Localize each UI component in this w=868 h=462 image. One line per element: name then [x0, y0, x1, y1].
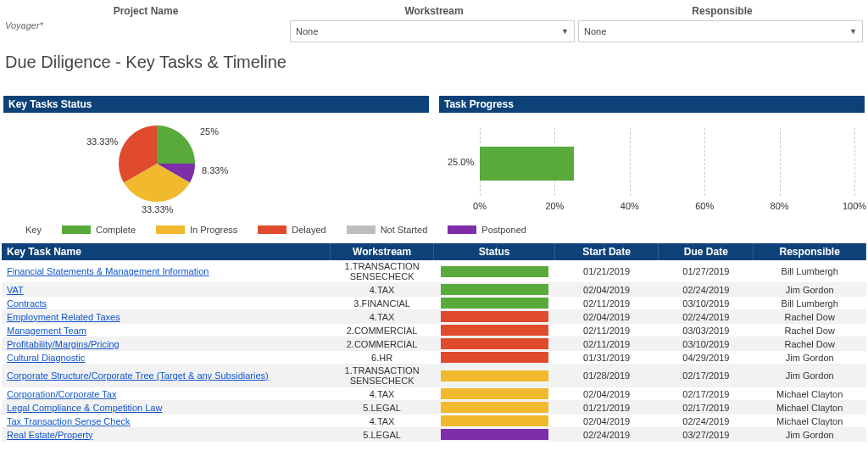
swatch-inprogress — [156, 225, 185, 234]
task-link[interactable]: Corporate Structure/Corporate Tree (Targ… — [7, 370, 269, 381]
workstream-dropdown-value: None — [296, 26, 318, 36]
status-bar — [441, 388, 548, 399]
status-bar — [441, 311, 548, 322]
pie-label-delayed: 33.33% — [86, 136, 118, 147]
header-row: Project Name Voyager* Workstream None ▼ … — [2, 3, 866, 42]
bar-chart: 25.0% 0% 20% 40% 60% 80% 100% — [439, 113, 865, 216]
pie-label-postponed: 8.33% — [202, 165, 228, 175]
swatch-delayed — [258, 225, 287, 234]
task-link[interactable]: VAT — [7, 285, 24, 295]
cell-responsible: Bill Lumbergh — [754, 297, 866, 310]
table-row: Financial Statements & Management Inform… — [2, 260, 866, 283]
cell-workstream: 5.LEGAL — [330, 428, 433, 442]
bar-tick-80: 80% — [771, 201, 789, 211]
th-start: Start Date — [554, 243, 658, 260]
table-row: Employment Related Taxes4.TAX02/04/20190… — [2, 310, 866, 324]
task-progress-title: Task Progress — [439, 96, 865, 113]
task-link[interactable]: Cultural Diagnostic — [7, 353, 85, 363]
responsible-label: Responsible — [578, 3, 866, 20]
table-row: Real Estate/Property5.LEGAL02/24/201903/… — [2, 428, 866, 442]
cell-status — [434, 387, 555, 401]
cell-due: 02/24/2019 — [659, 283, 754, 297]
task-link[interactable]: Profitability/Margins/Pricing — [7, 339, 120, 349]
chevron-down-icon: ▼ — [849, 27, 857, 36]
table-row: Profitability/Margins/Pricing2.COMMERCIA… — [2, 337, 866, 351]
cell-workstream: 2.COMMERCIAL — [330, 337, 433, 351]
pie-label-complete: 25% — [200, 126, 219, 136]
cell-start: 02/04/2019 — [554, 415, 658, 428]
cell-workstream: 4.TAX — [330, 283, 433, 297]
cell-due: 02/17/2019 — [659, 401, 754, 415]
task-link[interactable]: Contracts — [7, 298, 47, 309]
cell-workstream: 4.TAX — [330, 387, 433, 401]
table-row: Corporation/Corporate Tax4.TAX02/04/2019… — [2, 387, 866, 401]
cell-responsible: Jim Gordon — [754, 351, 866, 365]
task-link[interactable]: Employment Related Taxes — [7, 312, 120, 322]
cell-start: 02/11/2019 — [554, 324, 658, 337]
status-bar — [441, 325, 548, 336]
pie-label-inprogress: 33.33% — [142, 204, 173, 214]
chevron-down-icon: ▼ — [561, 27, 569, 36]
cell-workstream: 5.LEGAL — [330, 401, 433, 415]
cell-start: 02/11/2019 — [554, 337, 658, 351]
cell-responsible: Michael Clayton — [754, 415, 866, 428]
status-bar — [441, 266, 548, 277]
table-row: Cultural Diagnostic6.HR01/31/201904/29/2… — [2, 351, 866, 365]
task-link[interactable]: Tax Transaction Sense Check — [7, 416, 131, 426]
cell-due: 04/29/2019 — [659, 351, 754, 365]
legend: Key Complete In Progress Delayed Not Sta… — [2, 216, 866, 243]
swatch-notstarted — [347, 225, 376, 234]
responsible-dropdown[interactable]: None ▼ — [578, 20, 863, 42]
progress-bar — [480, 147, 574, 181]
cell-responsible: Rachel Dow — [754, 310, 866, 324]
workstream-label: Workstream — [290, 3, 578, 20]
page-title: Due Diligence - Key Tasks & Timeline — [2, 42, 866, 96]
cell-responsible: Jim Gordon — [754, 365, 866, 387]
bar-tick-100: 100% — [843, 201, 866, 211]
cell-start: 01/31/2019 — [554, 351, 658, 365]
status-bar — [441, 370, 548, 381]
status-bar — [441, 338, 548, 349]
key-tasks-status-title: Key Tasks Status — [3, 96, 429, 113]
cell-due: 02/17/2019 — [659, 387, 754, 401]
status-bar — [441, 284, 548, 295]
cell-status — [434, 365, 555, 387]
bar-tick-40: 40% — [620, 201, 639, 211]
cell-due: 02/17/2019 — [659, 365, 754, 387]
bar-value-label: 25.0% — [448, 157, 474, 167]
task-link[interactable]: Financial Statements & Management Inform… — [7, 266, 209, 276]
tasks-table: Key Task Name Workstream Status Start Da… — [2, 243, 866, 442]
responsible-dropdown-value: None — [584, 26, 606, 36]
bar-tick-20: 20% — [545, 201, 564, 211]
table-row: Legal Compliance & Competition Law5.LEGA… — [2, 401, 866, 415]
task-link[interactable]: Real Estate/Property — [7, 430, 93, 440]
legend-key-label: Key — [25, 225, 42, 235]
cell-status — [434, 428, 555, 442]
table-row: Tax Transaction Sense Check4.TAX02/04/20… — [2, 415, 866, 428]
pie-chart: 25% 8.33% 33.33% 33.33% — [3, 113, 429, 216]
th-responsible: Responsible — [754, 243, 866, 260]
cell-status — [434, 310, 555, 324]
task-link[interactable]: Management Team — [7, 326, 86, 336]
cell-responsible: Rachel Dow — [754, 337, 866, 351]
cell-responsible: Rachel Dow — [754, 324, 866, 337]
legend-inprogress: In Progress — [190, 225, 237, 235]
status-bar — [441, 415, 548, 426]
cell-workstream: 1.TRANSACTION SENSECHECK — [330, 365, 433, 387]
cell-workstream: 2.COMMERCIAL — [330, 324, 433, 337]
bar-tick-0: 0% — [473, 201, 487, 211]
task-link[interactable]: Legal Compliance & Competition Law — [7, 403, 162, 413]
cell-start: 02/04/2019 — [554, 310, 658, 324]
task-link[interactable]: Corporation/Corporate Tax — [7, 389, 116, 399]
th-status: Status — [434, 243, 555, 260]
task-progress-panel: Task Progress 25.0% 0% 20% 40% 60% 80% 1… — [439, 96, 865, 216]
cell-workstream: 1.TRANSACTION SENSECHECK — [330, 260, 433, 283]
cell-start: 02/04/2019 — [554, 387, 658, 401]
cell-status — [434, 260, 555, 283]
cell-status — [434, 297, 555, 310]
workstream-dropdown[interactable]: None ▼ — [290, 20, 575, 42]
legend-complete: Complete — [96, 225, 136, 235]
table-row: Management Team2.COMMERCIAL02/11/201903/… — [2, 324, 866, 337]
cell-start: 02/04/2019 — [554, 283, 658, 297]
cell-responsible: Bill Lumbergh — [754, 260, 866, 283]
